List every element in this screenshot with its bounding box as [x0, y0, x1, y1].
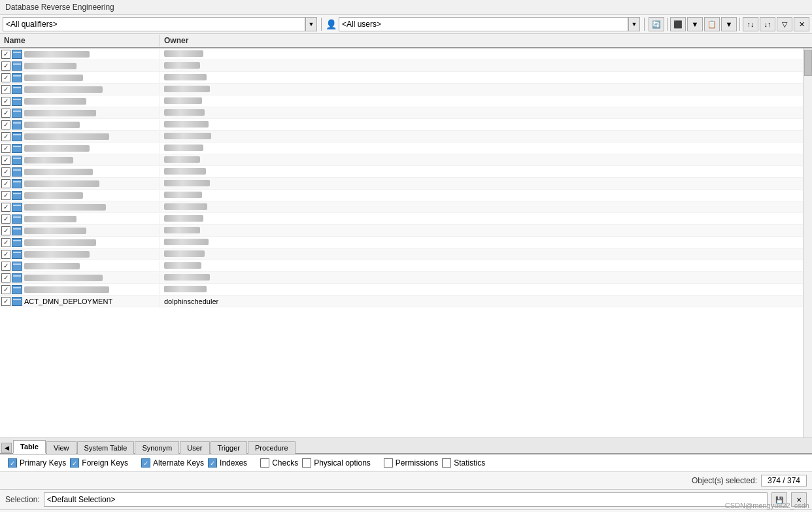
statistics-checkbox[interactable] [442, 458, 451, 468]
table-row[interactable] [0, 190, 812, 201]
row-checkbox[interactable] [1, 226, 10, 235]
filter-btn[interactable]: 📋 [704, 17, 720, 31]
tab-system-table[interactable]: System Table [77, 441, 135, 454]
table-row-icon [12, 191, 22, 200]
table-row[interactable] [0, 213, 812, 225]
tab-synonym[interactable]: Synonym [135, 441, 179, 454]
table-row[interactable] [0, 237, 812, 248]
close-btn[interactable]: ✕ [794, 17, 809, 31]
row-checkbox[interactable] [1, 156, 10, 165]
row-checkbox[interactable] [1, 262, 10, 271]
table-row[interactable] [0, 154, 812, 166]
sort-desc-btn[interactable]: ↓↑ [760, 17, 775, 31]
row-checkbox[interactable] [1, 50, 10, 59]
table-row-last[interactable]: ACT_DMN_DEPLOYMENTdolphinscheduler [0, 296, 812, 307]
tab-user[interactable]: User [180, 441, 209, 454]
table-row[interactable] [0, 48, 812, 60]
table-row[interactable] [0, 84, 812, 95]
alternate-keys-option[interactable]: Alternate Keys [141, 458, 204, 468]
table-row[interactable] [0, 143, 812, 154]
table-row[interactable] [0, 201, 812, 213]
permissions-checkbox[interactable] [384, 458, 393, 468]
selection-input[interactable] [44, 492, 768, 507]
row-checkbox[interactable] [1, 85, 10, 94]
tab-trigger[interactable]: Trigger [211, 441, 247, 454]
option-group-right: Permissions Statistics [384, 458, 485, 468]
table-row[interactable] [0, 60, 812, 72]
table-row[interactable] [0, 95, 812, 107]
user-icon: 👤 [326, 19, 337, 29]
row-owner-text [164, 74, 207, 80]
user-dropdown-btn[interactable]: ▼ [628, 17, 640, 31]
row-checkbox[interactable] [1, 179, 10, 188]
physical-options-checkbox[interactable] [302, 458, 311, 468]
primary-keys-option[interactable]: Primary Keys [8, 458, 66, 468]
primary-keys-checkbox[interactable] [8, 458, 17, 468]
physical-options-option[interactable]: Physical options [302, 458, 371, 468]
row-checkbox[interactable] [1, 144, 10, 153]
row-checkbox[interactable] [1, 61, 10, 71]
name-cell [0, 61, 160, 71]
scroll-track[interactable] [803, 48, 812, 437]
table-row[interactable] [0, 178, 812, 190]
row-checkbox[interactable] [1, 203, 10, 212]
table-rows[interactable]: ACT_DMN_DEPLOYMENTdolphinscheduler [0, 48, 812, 437]
table-row[interactable] [0, 272, 812, 284]
tab-view[interactable]: View [46, 441, 76, 454]
permissions-option[interactable]: Permissions [384, 458, 438, 468]
row-name-text [24, 204, 106, 211]
scroll-thumb[interactable] [804, 50, 812, 76]
qualifier-dropdown-btn[interactable]: ▼ [305, 17, 317, 31]
name-cell [0, 84, 160, 95]
filter-dropdown-btn[interactable]: ▼ [721, 17, 737, 31]
sort-asc-btn[interactable]: ↑↓ [743, 17, 758, 31]
row-checkbox[interactable] [1, 120, 10, 129]
table-row[interactable] [0, 260, 812, 272]
statistics-option[interactable]: Statistics [442, 458, 485, 468]
tab-left-btn[interactable]: ◀ [1, 443, 12, 453]
table-row[interactable] [0, 225, 812, 237]
row-checkbox[interactable] [1, 73, 10, 82]
owner-cell [160, 96, 812, 107]
foreign-keys-checkbox[interactable] [70, 458, 79, 468]
foreign-keys-option[interactable]: Foreign Keys [70, 458, 128, 468]
user-input[interactable] [339, 17, 628, 31]
indexes-checkbox[interactable] [208, 458, 217, 468]
table-row[interactable] [0, 107, 812, 119]
owner-cell [160, 143, 812, 154]
dropdown-btn[interactable]: ▼ [687, 17, 703, 31]
table-row[interactable] [0, 166, 812, 178]
row-owner-text [164, 109, 205, 116]
indexes-option[interactable]: Indexes [208, 458, 247, 468]
row-checkbox-last[interactable] [1, 297, 10, 306]
row-owner-text [164, 192, 202, 198]
alternate-keys-checkbox[interactable] [141, 458, 150, 468]
row-checkbox[interactable] [1, 191, 10, 200]
table-row[interactable] [0, 119, 812, 131]
row-checkbox[interactable] [1, 132, 10, 141]
row-checkbox[interactable] [1, 238, 10, 247]
row-owner-text [164, 215, 203, 222]
tab-procedure[interactable]: Procedure [248, 441, 296, 454]
qualifier-input[interactable] [3, 17, 305, 31]
checks-option[interactable]: Checks [260, 458, 298, 468]
row-checkbox[interactable] [1, 250, 10, 259]
checks-checkbox[interactable] [260, 458, 269, 468]
owner-cell [160, 120, 812, 130]
table-row[interactable] [0, 72, 812, 84]
row-name-text [24, 157, 73, 163]
row-checkbox[interactable] [1, 167, 10, 177]
row-checkbox[interactable] [1, 273, 10, 282]
row-checkbox[interactable] [1, 214, 10, 224]
row-checkbox[interactable] [1, 285, 10, 294]
row-checkbox[interactable] [1, 97, 10, 106]
title-bar: Database Reverse Engineering [0, 0, 812, 15]
row-checkbox[interactable] [1, 109, 10, 118]
filter2-btn[interactable]: ▽ [777, 17, 792, 31]
select-all-btn[interactable]: ⬛ [670, 17, 686, 31]
table-row[interactable] [0, 248, 812, 260]
tab-table[interactable]: Table [13, 440, 46, 454]
refresh-btn[interactable]: 🔄 [649, 17, 664, 31]
table-row[interactable] [0, 131, 812, 143]
table-row[interactable] [0, 284, 812, 296]
